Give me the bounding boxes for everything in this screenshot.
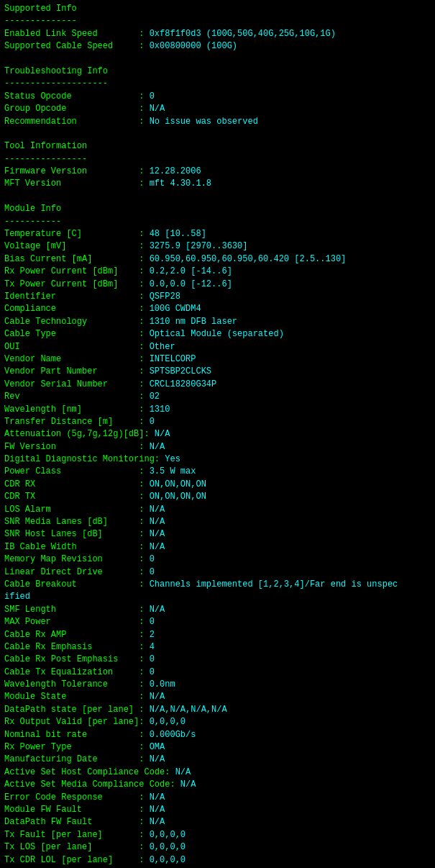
terminal-line: Cable Type : Optical Module (separated) [4, 328, 431, 340]
terminal-line: Vendor Name : INTELCORP [4, 353, 431, 366]
terminal-line: ----------- [4, 216, 431, 228]
terminal-line: Vendor Part Number : SPTSBP2CLCKS [4, 366, 431, 378]
terminal-line: Temperature [C] : 48 [10..58] [4, 228, 431, 240]
terminal-line: Memory Map Revision : 0 [4, 553, 431, 566]
terminal-line: Cable Breakout : Channels implemented [1… [4, 579, 431, 591]
terminal-line: Attenuation (5g,7g,12g)[dB]: N/A [4, 428, 431, 440]
terminal-line: SNR Media Lanes [dB] : N/A [4, 516, 431, 528]
terminal-line: DataPath FW Fault : N/A [4, 816, 431, 828]
terminal-line: Cable Tx Equalization : 0 [4, 666, 431, 679]
terminal-line: Enabled Link Speed : 0xf8f1f0d3 (100G,50… [4, 28, 431, 40]
terminal-line: Vendor Serial Number : CRCL18280G34P [4, 379, 431, 391]
terminal-line: Module Info [4, 203, 431, 215]
terminal-line: ified [4, 591, 431, 603]
terminal-line: Recommendation : No issue was observed [4, 116, 431, 128]
terminal-line: Tx CDR LOL [per lane] : 0,0,0,0 [4, 854, 431, 867]
terminal-line: Supported Cable Speed : 0x00800000 (100G… [4, 40, 431, 53]
terminal-line: LOS Alarm : N/A [4, 504, 431, 516]
terminal-line: Error Code Response : N/A [4, 792, 431, 804]
terminal-line: ---------------- [4, 153, 431, 166]
terminal-output: Supported Info--------------Enabled Link… [4, 3, 431, 868]
terminal-line: CDR RX : ON,ON,ON,ON [4, 479, 431, 491]
terminal-line: Module FW Fault : N/A [4, 804, 431, 816]
terminal-line: Active Set Host Compliance Code: N/A [4, 767, 431, 779]
terminal-line: Status Opcode : 0 [4, 91, 431, 103]
terminal-line: IB Cable Width : N/A [4, 541, 431, 553]
terminal-line: Tx LOS [per lane] : 0,0,0,0 [4, 841, 431, 854]
terminal-line: MAX Power : 0 [4, 616, 431, 628]
terminal-line: Cable Rx Emphasis : 4 [4, 641, 431, 654]
terminal-line: -------------------- [4, 78, 431, 90]
terminal-line: Voltage [mV] : 3275.9 [2970..3630] [4, 240, 431, 253]
terminal-line: SNR Host Lanes [dB] : N/A [4, 528, 431, 541]
terminal-line [4, 191, 431, 203]
terminal-line: Troubleshooting Info [4, 65, 431, 78]
terminal-line: CDR TX : ON,ON,ON,ON [4, 491, 431, 503]
terminal-line: Supported Info [4, 3, 431, 15]
terminal-line: Tx Fault [per lane] : 0,0,0,0 [4, 829, 431, 841]
terminal-line: Bias Current [mA] : 60.950,60.950,60.950… [4, 253, 431, 266]
terminal-line: Nominal bit rate : 0.000Gb/s [4, 729, 431, 741]
terminal-line: MFT Version : mft 4.30.1.8 [4, 178, 431, 190]
terminal-line: Cable Technology : 1310 nm DFB laser [4, 316, 431, 328]
terminal-line: Identifier : QSFP28 [4, 291, 431, 303]
terminal-line: FW Version : N/A [4, 441, 431, 453]
terminal-line: Wavelength Tolerance : 0.0nm [4, 679, 431, 691]
terminal-line: Tool Information [4, 140, 431, 153]
terminal-line: Tx Power Current [dBm] : 0.0,0.0 [-12..6… [4, 279, 431, 291]
terminal-line: OUI : Other [4, 341, 431, 353]
terminal-line: Rx Output Valid [per lane]: 0,0,0,0 [4, 716, 431, 728]
terminal-line: Rev : 02 [4, 391, 431, 403]
terminal-line: Cable Rx Post Emphasis : 0 [4, 654, 431, 666]
terminal-line [4, 53, 431, 65]
terminal-line: DataPath state [per lane] : N/A,N/A,N/A,… [4, 704, 431, 716]
terminal-line: Rx Power Type : OMA [4, 741, 431, 754]
terminal-line: Compliance : 100G CWDM4 [4, 303, 431, 315]
terminal-line: Group Opcode : N/A [4, 103, 431, 115]
terminal-line: Power Class : 3.5 W max [4, 466, 431, 478]
terminal-line: Active Set Media Compliance Code: N/A [4, 779, 431, 791]
terminal-line: Manufacturing Date : N/A [4, 754, 431, 766]
terminal-line: Firmware Version : 12.28.2006 [4, 166, 431, 178]
terminal-line: Wavelength [nm] : 1310 [4, 404, 431, 416]
terminal-line: Transfer Distance [m] : 0 [4, 416, 431, 428]
terminal-line: -------------- [4, 15, 431, 27]
terminal-line: Rx Power Current [dBm] : 0.2,2.0 [-14..6… [4, 266, 431, 278]
terminal-line: Cable Rx AMP : 2 [4, 629, 431, 641]
terminal-line: Module State : N/A [4, 691, 431, 703]
terminal-line: Linear Direct Drive : 0 [4, 566, 431, 579]
terminal-line: SMF Length : N/A [4, 604, 431, 616]
terminal-line: Digital Diagnostic Monitoring: Yes [4, 453, 431, 466]
terminal-line [4, 128, 431, 140]
